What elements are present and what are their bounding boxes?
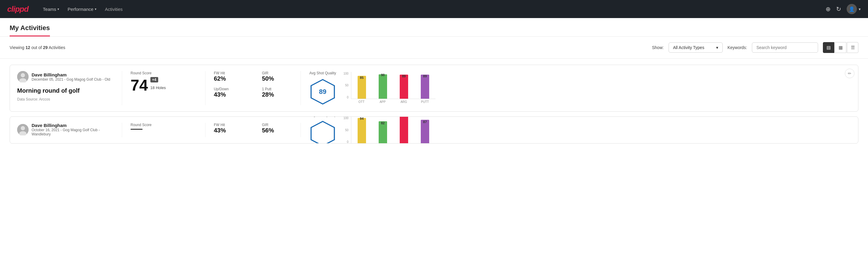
card-user: Dave Billingham December 05, 2021 - Gog … <box>17 71 114 83</box>
avatar-2 <box>17 124 29 136</box>
round-score-wrapper: 74 +4 18 Holes <box>130 77 197 93</box>
app-value-label-2: 82 <box>381 121 385 125</box>
ott-value-label-2: 94 <box>360 117 364 120</box>
activity-type-value: All Activity Types <box>673 45 704 50</box>
ott-label: OTT <box>353 100 370 104</box>
chart-wrapper-2: 100 50 0 94 82 <box>343 116 435 144</box>
fw-gir-section: FW Hit 62% Up/Down 43% <box>214 71 262 105</box>
activity-card: ✏ Dave Billingham December 05, 2021 - Go… <box>10 65 858 112</box>
fw-hit-stat: FW Hit 62% <box>214 71 262 82</box>
holes-label: 18 Holes <box>150 85 166 90</box>
shot-quality-label-2: Avg Shot Quality <box>309 116 336 117</box>
gir-value-2: 56% <box>262 127 292 134</box>
divider-3 <box>205 123 206 137</box>
y-axis: 100 50 0 <box>343 72 349 99</box>
shot-quality-score: 89 <box>319 88 326 96</box>
show-label: Show: <box>652 45 664 50</box>
viewing-count-text: Viewing 12 out of 29 Activities <box>10 45 647 50</box>
edit-button[interactable]: ✏ <box>845 68 855 78</box>
view-toggle: ▤ ▦ ☰ <box>823 42 858 53</box>
fw-hit-label: FW Hit <box>214 71 262 75</box>
one-putt-stat: 1 Putt 28% <box>262 87 292 98</box>
round-score-label-2: Round Score <box>130 123 197 127</box>
arg-value-label-2: 106 <box>401 116 407 118</box>
grid-view-button[interactable]: ▦ <box>835 42 846 53</box>
card-left-2: Dave Billingham October 16, 2021 - Gog M… <box>17 123 114 137</box>
putt-bar <box>421 75 429 99</box>
round-score-value: 74 <box>130 77 148 93</box>
page-title-bar: My Activities <box>0 18 868 37</box>
divider <box>301 71 301 105</box>
score-placeholder <box>130 129 143 130</box>
gir-oneputt-section: GIR 50% 1 Putt 28% <box>262 71 292 105</box>
divider <box>205 71 206 105</box>
avatar-icon: 👤 <box>849 6 855 12</box>
putt-value-label: 89 <box>423 74 427 78</box>
card-left: Dave Billingham December 05, 2021 - Gog … <box>17 71 114 105</box>
activity-date-2: October 16, 2021 - Gog Magog Golf Club -… <box>32 128 114 136</box>
page-title: My Activities <box>10 24 50 36</box>
avatar: 👤 <box>847 4 857 14</box>
activity-date: December 05, 2021 - Gog Magog Golf Club … <box>32 77 110 82</box>
bar-columns-2: 94 82 106 <box>351 116 435 144</box>
bar-ott-2: 94 <box>354 116 370 143</box>
header-right: ⊕ ↻ 👤 ▾ <box>826 4 861 14</box>
bar-columns: 85 90 89 <box>351 72 435 99</box>
nav-performance[interactable]: Performance ▾ <box>68 7 97 12</box>
bar-ott: 85 <box>354 72 370 99</box>
fw-gir-section-2: FW Hit 43% <box>214 123 262 137</box>
activity-type-dropdown[interactable]: All Activity Types ▾ <box>669 42 723 53</box>
gir-value: 50% <box>262 75 292 82</box>
nav-teams[interactable]: Teams ▾ <box>43 7 59 12</box>
shot-quality-hexagon: 89 <box>309 78 336 105</box>
shot-quality-hex-2: Avg Shot Quality <box>309 116 336 144</box>
page-content: My Activities Viewing 12 out of 29 Activ… <box>0 18 868 263</box>
shot-quality-section-2: Avg Shot Quality 100 50 0 <box>309 123 435 137</box>
refresh-icon[interactable]: ↻ <box>836 5 841 12</box>
shot-quality-hexagon-2 <box>309 120 336 144</box>
arg-bar-2 <box>400 116 408 143</box>
list-view-button[interactable]: ▤ <box>823 42 834 53</box>
divider-2 <box>122 123 122 137</box>
putt-value-label-2: 87 <box>423 120 427 124</box>
app-logo[interactable]: clippd <box>7 4 29 14</box>
fw-hit-label-2: FW Hit <box>214 123 262 127</box>
updown-value: 43% <box>214 91 262 98</box>
shot-quality-hex: Avg Shot Quality 89 <box>309 71 336 105</box>
putt-label: PUTT <box>417 100 433 104</box>
user-name-2: Dave Billingham <box>32 123 114 128</box>
svg-marker-7 <box>311 122 334 144</box>
updown-stat: Up/Down 43% <box>214 87 262 98</box>
bar-arg-2: 106 <box>396 116 412 143</box>
divider <box>122 71 122 105</box>
chart-wrapper: 100 50 0 85 <box>343 72 435 105</box>
teams-chevron-icon: ▾ <box>57 7 59 11</box>
bar-putt-2: 87 <box>417 116 433 143</box>
activity-type-chevron-icon: ▾ <box>716 45 718 50</box>
app-header: clippd Teams ▾ Performance ▾ Activities … <box>0 0 868 18</box>
gir-label: GIR <box>262 71 292 75</box>
ott-bar-2 <box>358 118 366 143</box>
compact-view-button[interactable]: ☰ <box>847 42 858 53</box>
score-badge: +4 <box>150 77 158 83</box>
arg-bar <box>400 75 408 99</box>
nav-activities[interactable]: Activities <box>105 7 123 12</box>
fw-hit-value-2: 43% <box>214 127 262 134</box>
fw-hit-value: 62% <box>214 75 262 82</box>
activity-title: Morning round of golf <box>17 87 114 94</box>
shot-quality-label: Avg Shot Quality <box>309 71 336 75</box>
user-profile[interactable]: 👤 ▾ <box>847 4 861 14</box>
add-icon[interactable]: ⊕ <box>826 5 831 12</box>
activity-card-2: Dave Billingham October 16, 2021 - Gog M… <box>10 116 858 144</box>
user-name: Dave Billingham <box>32 72 110 77</box>
gir-label-2: GIR <box>262 123 292 127</box>
data-source: Data Source: Arccos <box>17 97 114 101</box>
ott-value-label: 85 <box>360 76 364 80</box>
updown-label: Up/Down <box>214 87 262 91</box>
search-input[interactable] <box>752 42 818 53</box>
fw-hit-stat-2: FW Hit 43% <box>214 123 262 134</box>
app-value-label: 90 <box>381 73 385 77</box>
bar-chart-2: 100 50 0 94 82 <box>343 116 435 144</box>
bar-app: 90 <box>375 72 391 99</box>
profile-chevron-icon: ▾ <box>859 7 861 11</box>
